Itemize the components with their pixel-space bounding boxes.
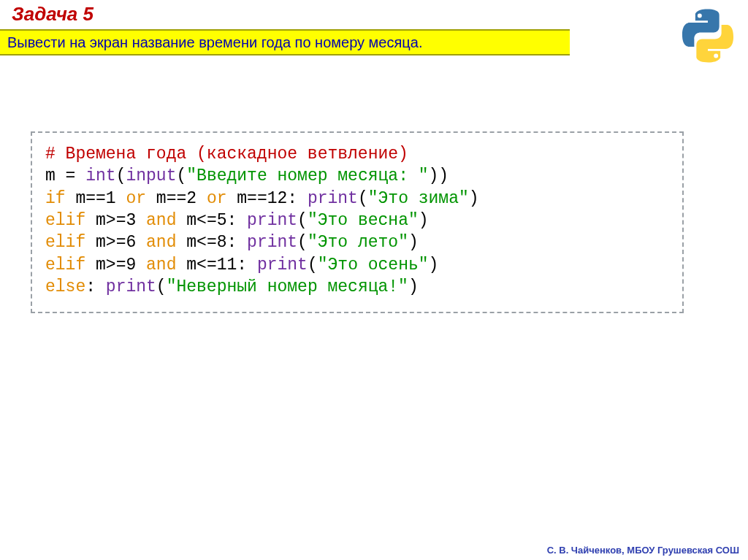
code-paren: ): [469, 189, 479, 208]
code-paren: )): [429, 166, 449, 185]
code-and: and: [146, 256, 176, 275]
code-comment: # Времена года (каскадное ветвление): [45, 145, 408, 164]
code-paren: ): [408, 233, 419, 252]
code-paren: (: [308, 256, 318, 275]
code-string: "Это зима": [368, 189, 469, 208]
code-expr: m<=11:: [176, 256, 256, 275]
code-int: int: [85, 166, 115, 185]
code-elif: elif: [45, 211, 85, 230]
python-logo-icon: [678, 6, 738, 66]
code-var: m =: [45, 166, 85, 185]
code-paren: (: [156, 277, 167, 296]
code-string: "Неверный номер месяца!": [167, 277, 408, 296]
code-and: and: [146, 211, 176, 230]
code-line-4: elif m>=3 and m<=5: print("Это весна"): [45, 210, 669, 231]
code-line-7: else: print("Неверный номер месяца!"): [45, 276, 669, 298]
footer-credit: С. В. Чайченков, МБОУ Грушевская СОШ: [547, 545, 739, 556]
code-and: and: [146, 233, 176, 252]
code-string: "Это осень": [318, 256, 429, 275]
code-paren: ): [419, 211, 429, 230]
code-line-1: # Времена года (каскадное ветвление): [45, 143, 669, 165]
code-paren: ): [429, 256, 439, 275]
code-colon: :: [85, 277, 106, 296]
code-expr: m==2: [146, 189, 207, 208]
code-string: "Это лето": [308, 233, 408, 252]
code-else: else: [45, 277, 85, 296]
code-print: print: [247, 211, 297, 230]
code-expr: m<=5:: [176, 211, 247, 230]
code-or: or: [207, 189, 227, 208]
code-line-5: elif m>=6 and m<=8: print("Это лето"): [45, 231, 669, 253]
code-paren: (: [358, 189, 368, 208]
code-paren: (: [116, 166, 126, 185]
subtitle-bar: Вывести на экран название времени года п…: [0, 29, 570, 55]
code-line-2: m = int(input("Введите номер месяца: ")): [45, 165, 669, 187]
code-or: or: [126, 189, 146, 208]
code-paren: ): [408, 277, 419, 296]
code-print: print: [247, 233, 297, 252]
task-title: Задача 5: [12, 3, 94, 26]
code-if: if: [45, 189, 66, 208]
code-paren: (: [297, 211, 308, 230]
code-expr: m==1: [66, 189, 126, 208]
code-line-3: if m==1 or m==2 or m==12: print("Это зим…: [45, 188, 669, 210]
subtitle-text: Вывести на экран название времени года п…: [7, 34, 422, 51]
code-string: "Введите номер месяца: ": [186, 166, 428, 185]
code-expr: m>=6: [85, 233, 146, 252]
code-paren: (: [176, 166, 186, 185]
code-line-6: elif m>=9 and m<=11: print("Это осень"): [45, 254, 669, 276]
code-print: print: [106, 277, 156, 296]
code-print: print: [257, 256, 308, 275]
code-elif: elif: [45, 233, 85, 252]
code-print: print: [308, 189, 358, 208]
code-expr: m==12:: [226, 189, 307, 208]
code-input: input: [126, 166, 176, 185]
code-expr: m>=9: [85, 256, 146, 275]
code-expr: m<=8:: [176, 233, 247, 252]
code-expr: m>=3: [85, 211, 146, 230]
code-string: "Это весна": [308, 211, 419, 230]
code-elif: elif: [45, 256, 85, 275]
code-paren: (: [297, 233, 308, 252]
code-block: # Времена года (каскадное ветвление) m =…: [31, 131, 684, 313]
